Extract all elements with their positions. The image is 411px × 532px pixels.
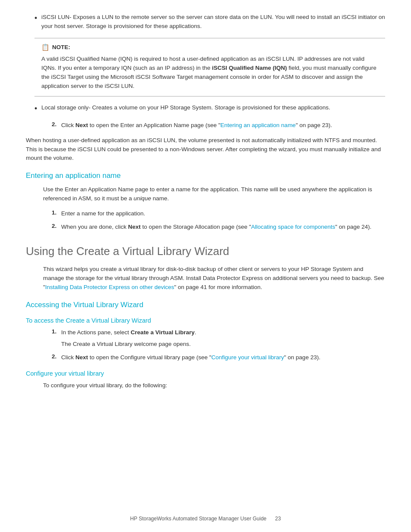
to-access-step2: 2. Click Next to open the Configure virt… xyxy=(43,353,385,362)
heading-entering-app-name: Entering an application name xyxy=(26,171,385,180)
note-box: 📋 NOTE: A valid iSCSI Qualified Name (IQ… xyxy=(34,38,385,96)
bullet-item-iscsi: • iSCSI LUN- Exposes a LUN to the remote… xyxy=(26,13,385,31)
step2-bold: Next xyxy=(75,122,88,128)
step2-link[interactable]: Entering an application name xyxy=(221,122,296,128)
to-access-step2-text: Click Next to open the Configure virtual… xyxy=(61,353,321,362)
entering-step1: 1. Enter a name for the application. xyxy=(43,209,385,218)
entering-steps: 1. Enter a name for the application. 2. … xyxy=(26,209,385,232)
entering-step2-num: 2. xyxy=(52,223,61,232)
to-access-steps: 1. In the Actions pane, select Create a … xyxy=(26,328,385,362)
to-access-step1-text: In the Actions pane, select Create a Vir… xyxy=(61,328,196,337)
allocating-link[interactable]: Allocating space for components xyxy=(251,224,335,230)
note-label: NOTE: xyxy=(52,44,70,50)
step2-section: 2. Click Next to open the Enter an Appli… xyxy=(26,121,385,130)
create-virtual-library-bold: Create a Virtual Library xyxy=(131,329,194,336)
unique-italic: unique xyxy=(134,195,151,202)
entering-step1-text: Enter a name for the application. xyxy=(61,209,145,218)
to-access-step1: 1. In the Actions pane, select Create a … xyxy=(43,328,385,349)
heading-configure-virtual-library: Configure your virtual library xyxy=(26,370,385,377)
heading-accessing-wizard: Accessing the Virtual Library Wizard xyxy=(26,301,385,309)
step2-text: Click Next to open the Enter an Applicat… xyxy=(61,121,332,130)
to-access-step1-sub: The Create a Virtual Library welcome pag… xyxy=(61,340,196,349)
step2-num: 2. xyxy=(52,121,61,130)
note-icon: 📋 xyxy=(41,44,50,51)
bullet-text-local: Local storage only- Creates a volume on … xyxy=(41,103,330,114)
note-bold: iSCSI Qualified Name (IQN) xyxy=(212,65,287,71)
entering-step2-text: When you are done, click Next to open th… xyxy=(61,223,371,232)
warning-para: When hosting a user-defined application … xyxy=(26,136,385,163)
to-access-step1-num: 1. xyxy=(52,328,61,349)
bullet-section-iscsi: • iSCSI LUN- Exposes a LUN to the remote… xyxy=(26,13,385,31)
to-access-step2-bold: Next xyxy=(75,354,88,361)
heading-to-access-create: To access the Create a Virtual Library W… xyxy=(26,317,385,324)
configure-virtual-link[interactable]: Configure your virtual library xyxy=(211,354,284,361)
configure-intro: To configure your virtual library, do th… xyxy=(26,381,385,390)
bullet-item-local: • Local storage only- Creates a volume o… xyxy=(26,103,385,114)
note-body: A valid iSCSI Qualified Name (IQN) is re… xyxy=(41,55,378,91)
bullet-text-iscsi: iSCSI LUN- Exposes a LUN to the remote s… xyxy=(41,13,385,31)
bullet-dot-iscsi: • xyxy=(34,13,41,31)
entering-intro: Use the Enter an Application Name page t… xyxy=(26,185,385,203)
page-container: • iSCSI LUN- Exposes a LUN to the remote… xyxy=(0,0,411,421)
note-header: 📋 NOTE: xyxy=(41,44,378,51)
bullet-section-local: • Local storage only- Creates a volume o… xyxy=(26,103,385,114)
virtual-library-intro: This wizard helps you create a virtual l… xyxy=(26,265,385,292)
bullet-dot-local: • xyxy=(34,103,41,114)
step2-item: 2. Click Next to open the Enter an Appli… xyxy=(43,121,385,130)
to-access-step2-num: 2. xyxy=(52,353,61,362)
entering-step2: 2. When you are done, click Next to open… xyxy=(43,223,385,232)
heading-virtual-library-wizard: Using the Create a Virtual Library Wizar… xyxy=(26,245,385,258)
installing-dpe-link[interactable]: Installing Data Protector Express on oth… xyxy=(45,284,174,290)
footer: HP StorageWorks Automated Storage Manage… xyxy=(0,516,411,522)
entering-step1-num: 1. xyxy=(52,209,61,218)
footer-page-number: 23 xyxy=(275,516,281,522)
entering-step2-bold: Next xyxy=(128,224,140,230)
footer-text: HP StorageWorks Automated Storage Manage… xyxy=(130,516,266,522)
